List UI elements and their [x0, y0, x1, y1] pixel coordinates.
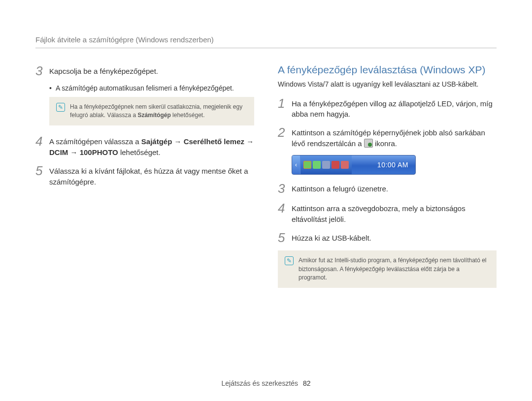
note-icon: ✎ — [56, 103, 65, 112]
page-header: Fájlok átvitele a számítógépre (Windows … — [35, 35, 497, 48]
step-5: 5 Válassza ki a kívánt fájlokat, és húzz… — [35, 164, 254, 187]
left-column: 3 Kapcsolja be a fényképezőgépet. A szám… — [35, 64, 254, 297]
step-number: 3 — [278, 182, 292, 196]
step-text: Válassza ki a kívánt fájlokat, és húzza … — [49, 164, 254, 187]
step-text: Kattintson arra a szövegdobozra, mely a … — [292, 201, 497, 225]
step-text: Ha a fényképezőgépen villog az állapotje… — [292, 96, 497, 120]
page-footer: Lejátszás és szerkesztés 82 — [0, 379, 532, 387]
manual-page: Fájlok átvitele a számítógépre (Windows … — [0, 0, 532, 401]
safely-remove-hardware-icon — [303, 161, 311, 169]
section-heading: A fényképezőgép leválasztása (Windows XP… — [278, 64, 497, 76]
system-tray — [300, 155, 352, 174]
tray-icon — [313, 161, 321, 169]
step-3-bullet: A számítógép automatikusan felismeri a f… — [49, 84, 254, 92]
safely-remove-hardware-icon — [364, 139, 373, 148]
tray-icon — [341, 161, 349, 169]
step-number: 5 — [278, 231, 292, 245]
right-step-5: 5 Húzza ki az USB-kábelt. — [278, 231, 497, 245]
step-3: 3 Kapcsolja be a fényképezőgépet. — [35, 64, 254, 78]
step-4: 4 A számítógépen válassza a Sajátgép → C… — [35, 134, 254, 158]
step-3-note: ✎ Ha a fényképezőgépnek nem sikerül csat… — [49, 97, 254, 126]
step-number: 2 — [278, 125, 292, 140]
page-number: 82 — [303, 379, 311, 387]
right-step-4: 4 Kattintson arra a szövegdobozra, mely … — [278, 201, 497, 225]
step-number: 5 — [35, 164, 49, 178]
step-text: Kapcsolja be a fényképezőgépet. — [49, 64, 158, 77]
step-number: 3 — [35, 64, 49, 78]
right-step-3: 3 Kattintson a felugró üzenetre. — [278, 182, 497, 196]
step-number: 1 — [278, 96, 292, 111]
step-text: Húzza ki az USB-kábelt. — [292, 231, 371, 244]
step-number: 4 — [35, 134, 49, 149]
windows-taskbar-screenshot: ‹ 10:00 AM — [292, 155, 416, 175]
taskbar-chevron-icon: ‹ — [292, 155, 300, 174]
note-text: Amikor fut az Intelli-studio program, a … — [299, 256, 490, 282]
bullet-text: A számítógép automatikusan felismeri a f… — [56, 84, 234, 92]
step-text: Kattintson a felugró üzenetre. — [292, 182, 388, 194]
tray-icon — [322, 161, 330, 169]
note-icon: ✎ — [285, 256, 294, 265]
section-subtitle: Windows Vista/7 alatt is ugyanígy kell l… — [278, 80, 497, 90]
tray-icon — [332, 161, 339, 169]
content-columns: 3 Kapcsolja be a fényképezőgépet. A szám… — [35, 64, 497, 297]
note-text: Ha a fényképezőgépnek nem sikerül csatla… — [70, 103, 247, 120]
right-step-1: 1 Ha a fényképezőgépen villog az állapot… — [278, 96, 497, 120]
step-number: 4 — [278, 201, 292, 216]
right-step-2: 2 Kattintson a számítógép képernyőjének … — [278, 125, 497, 149]
step-text: A számítógépen válassza a Sajátgép → Cse… — [49, 134, 254, 158]
taskbar-clock: 10:00 AM — [372, 155, 415, 174]
right-column: A fényképezőgép leválasztása (Windows XP… — [278, 64, 497, 297]
footer-section: Lejátszás és szerkesztés — [221, 379, 298, 387]
right-note: ✎ Amikor fut az Intelli-studio program, … — [278, 250, 497, 288]
step-text: Kattintson a számítógép képernyőjének jo… — [292, 125, 497, 149]
